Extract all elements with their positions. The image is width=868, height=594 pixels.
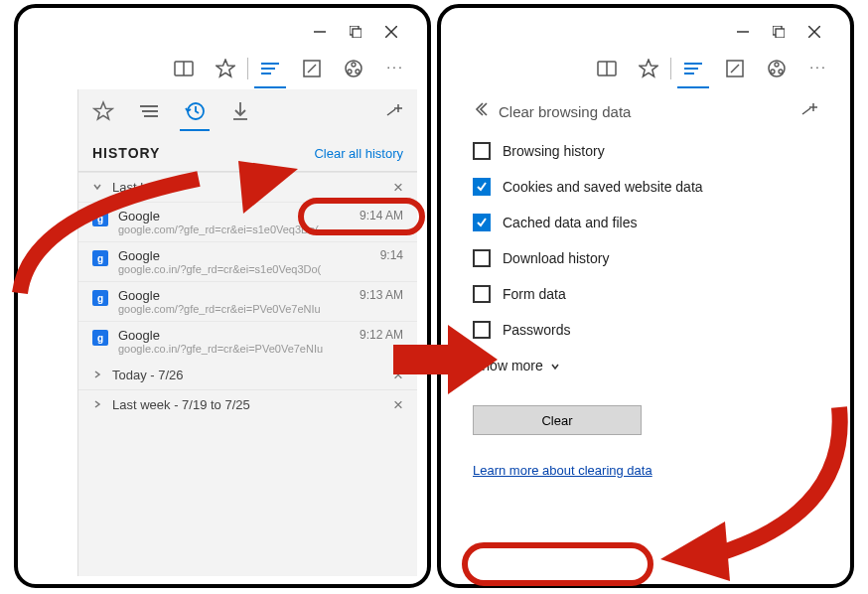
close-button[interactable] — [808, 26, 820, 38]
history-tab-icon[interactable] — [184, 100, 206, 122]
svg-rect-2 — [353, 29, 362, 38]
entry-time: 9:14 AM — [360, 209, 403, 223]
clear-browsing-data-panel: Clear browsing data Browsing historyCook… — [451, 89, 840, 576]
entry-url: google.com/?gfe_rd=cr&ei=PVe0Ve7eNIu — [118, 303, 403, 315]
svg-point-15 — [348, 70, 352, 74]
svg-point-41 — [775, 63, 779, 67]
maximize-button[interactable] — [350, 26, 362, 38]
entry-time: 9:12 AM — [360, 328, 403, 342]
svg-marker-34 — [640, 60, 657, 76]
show-more-toggle[interactable]: Show more — [473, 348, 818, 383]
entry-time: 9:13 AM — [360, 288, 403, 302]
reading-view-icon[interactable] — [597, 59, 617, 78]
section-label: Last hour — [112, 180, 166, 195]
browser-toolbar: ··· — [451, 48, 840, 89]
history-entry[interactable]: gGooglegoogle.com/?gfe_rd=cr&ei=PVe0Ve7e… — [78, 281, 417, 321]
svg-line-46 — [802, 108, 810, 114]
history-section-last-hour[interactable]: Last hour × — [78, 172, 417, 202]
learn-more-link[interactable]: Learn more about clearing data — [473, 463, 652, 478]
webnote-icon[interactable] — [302, 59, 322, 78]
browser-toolbar: ··· — [28, 48, 417, 89]
checkbox[interactable] — [473, 285, 491, 303]
pin-icon[interactable] — [800, 100, 818, 122]
hub-icon[interactable] — [683, 59, 703, 78]
svg-point-16 — [356, 70, 360, 74]
close-icon[interactable]: × — [393, 367, 403, 383]
clear-option[interactable]: Form data — [473, 276, 818, 312]
close-icon[interactable]: × — [393, 396, 403, 413]
svg-line-39 — [731, 65, 739, 73]
svg-line-26 — [387, 109, 395, 115]
share-icon[interactable] — [767, 59, 787, 78]
clear-option[interactable]: Cached data and files — [473, 205, 818, 240]
history-entry[interactable]: gGooglegoogle.co.in/?gfe_rd=cr&ei=s1e0Ve… — [78, 241, 417, 281]
hub-icon[interactable] — [260, 59, 280, 78]
chevron-down-icon — [92, 180, 104, 195]
history-group[interactable]: Today - 7/26× — [78, 361, 417, 389]
clear-option[interactable]: Cookies and saved website data — [473, 169, 818, 205]
entry-url: google.co.in/?gfe_rd=cr&ei=s1e0Veq3Do( — [118, 263, 403, 275]
svg-line-12 — [308, 65, 316, 73]
share-icon[interactable] — [344, 59, 363, 78]
favorite-star-icon[interactable] — [216, 59, 235, 78]
option-label: Browsing history — [503, 143, 605, 159]
google-favicon: g — [92, 250, 108, 266]
downloads-tab-icon[interactable] — [229, 100, 251, 122]
svg-marker-17 — [94, 102, 112, 119]
group-label: Last week - 7/19 to 7/25 — [112, 397, 250, 412]
pin-icon[interactable] — [385, 101, 403, 123]
option-label: Cached data and files — [503, 215, 637, 230]
history-entry[interactable]: gGooglegoogle.co.in/?gfe_rd=cr&ei=PVe0Ve… — [78, 321, 417, 361]
chevron-right-icon — [92, 368, 104, 382]
clear-option[interactable]: Browsing history — [473, 133, 818, 169]
window-right: ··· Clear browsing data Browsing history… — [451, 16, 840, 576]
checkbox[interactable] — [473, 249, 491, 267]
more-icon[interactable]: ··· — [385, 59, 405, 78]
minimize-button[interactable] — [314, 26, 326, 38]
hub-panel: HISTORY Clear all history Last hour × gG… — [77, 89, 417, 576]
google-favicon: g — [92, 330, 108, 346]
clear-button[interactable]: Clear — [473, 405, 642, 435]
clear-option[interactable]: Download history — [473, 240, 818, 276]
entry-title: Google — [118, 248, 403, 263]
show-more-label: Show more — [473, 358, 543, 373]
window-left: ··· HISTORY Clear all history Last hour … — [28, 16, 417, 576]
clear-all-history-link[interactable]: Clear all history — [314, 146, 403, 161]
separator — [670, 58, 671, 79]
checkbox[interactable] — [473, 214, 491, 231]
more-icon[interactable]: ··· — [808, 59, 828, 78]
back-chevron-icon[interactable] — [473, 101, 489, 121]
svg-point-43 — [779, 70, 783, 74]
reading-view-icon[interactable] — [174, 59, 194, 78]
entry-url: google.co.in/?gfe_rd=cr&ei=PVe0Ve7eNIu — [118, 343, 403, 355]
option-label: Form data — [503, 286, 566, 302]
favorite-star-icon[interactable] — [639, 59, 658, 78]
entry-url: google.com/?gfe_rd=cr&ei=s1e0Veq3Do( — [118, 223, 403, 235]
entry-time: 9:14 — [380, 248, 403, 262]
reading-list-tab-icon[interactable] — [138, 100, 160, 122]
checkbox[interactable] — [473, 178, 491, 196]
maximize-button[interactable] — [773, 26, 785, 38]
svg-marker-7 — [217, 60, 234, 76]
hub-tabs — [78, 89, 417, 133]
webnote-icon[interactable] — [725, 59, 745, 78]
separator — [247, 58, 248, 79]
svg-point-42 — [771, 70, 775, 74]
history-group[interactable]: Last week - 7/19 to 7/25× — [78, 389, 417, 419]
history-heading: HISTORY — [92, 145, 160, 161]
clear-option[interactable]: Passwords — [473, 312, 818, 348]
close-button[interactable] — [385, 26, 397, 38]
option-label: Cookies and saved website data — [503, 179, 703, 195]
group-label: Today - 7/26 — [112, 368, 184, 382]
history-entry[interactable]: gGooglegoogle.com/?gfe_rd=cr&ei=s1e0Veq3… — [78, 202, 417, 241]
favorites-tab-icon[interactable] — [92, 100, 114, 122]
minimize-button[interactable] — [737, 26, 749, 38]
close-icon[interactable]: × — [393, 179, 403, 196]
google-favicon: g — [92, 211, 108, 226]
checkbox[interactable] — [473, 142, 491, 160]
titlebar — [28, 16, 417, 48]
svg-point-14 — [352, 63, 356, 67]
panel-title: Clear browsing data — [499, 103, 631, 120]
titlebar — [451, 16, 840, 48]
checkbox[interactable] — [473, 321, 491, 339]
